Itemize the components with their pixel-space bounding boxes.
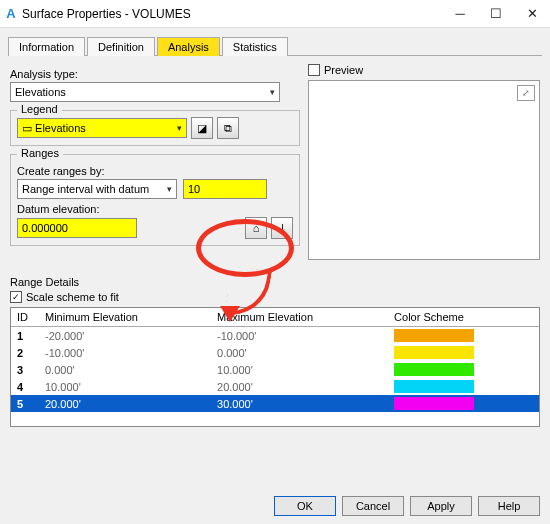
col-max[interactable]: Maximum Elevation [211,308,388,327]
table-row[interactable]: 30.000'10.000' [11,361,539,378]
chevron-down-icon: ▾ [270,87,275,97]
range-interval-input[interactable]: 10 [183,179,267,199]
table-row[interactable]: 520.000'30.000' [11,395,539,412]
run-analysis-home-button[interactable]: ⌂ [245,217,267,239]
chevron-down-icon: ▾ [177,123,182,133]
chevron-down-icon: ▾ [167,184,172,194]
preview-label: Preview [324,64,363,76]
analysis-type-label: Analysis type: [10,68,300,80]
tab-analysis[interactable]: Analysis [157,37,220,56]
legend-group-title: Legend [17,103,62,115]
scale-scheme-label: Scale scheme to fit [26,291,119,303]
tab-strip: Information Definition Analysis Statisti… [8,36,542,56]
help-button[interactable]: Help [478,496,540,516]
layer-icon: ▭ [22,122,32,134]
create-ranges-value: Range interval with datum [22,183,149,195]
ok-button[interactable]: OK [274,496,336,516]
legend-value: Elevations [35,122,86,134]
col-color[interactable]: Color Scheme [388,308,539,327]
datum-elevation-label: Datum elevation: [17,203,293,215]
col-min[interactable]: Minimum Elevation [39,308,211,327]
tab-definition[interactable]: Definition [87,37,155,56]
table-row[interactable]: 410.000'20.000' [11,378,539,395]
maximize-button[interactable]: ☐ [478,0,514,28]
table-row[interactable]: 2-10.000'0.000' [11,344,539,361]
legend-select[interactable]: ▭ Elevations ▾ [17,118,187,138]
scale-scheme-checkbox[interactable]: ✓ Scale scheme to fit [10,291,540,303]
preview-checkbox[interactable]: Preview [308,64,540,76]
table-row[interactable]: 1-20.000'-10.000' [11,327,539,345]
cancel-button[interactable]: Cancel [342,496,404,516]
datum-elevation-input[interactable]: 0.000000 [17,218,137,238]
range-details-title: Range Details [10,276,540,288]
close-button[interactable]: ✕ [514,0,550,28]
zoom-extents-button[interactable]: ⤢ [517,85,535,101]
legend-import-button[interactable]: ⧉ [217,117,239,139]
col-id[interactable]: ID [11,308,39,327]
checkbox-icon [308,64,320,76]
run-analysis-down-button[interactable]: ⤓ [271,217,293,239]
tab-information[interactable]: Information [8,37,85,56]
legend-edit-button[interactable]: ◪ [191,117,213,139]
create-ranges-select[interactable]: Range interval with datum ▾ [17,179,177,199]
window-title: Surface Properties - VOLUMES [22,7,442,21]
analysis-type-select[interactable]: Elevations ▾ [10,82,280,102]
minimize-button[interactable]: ─ [442,0,478,28]
range-table[interactable]: ID Minimum Elevation Maximum Elevation C… [10,307,540,427]
analysis-type-value: Elevations [15,86,66,98]
create-ranges-label: Create ranges by: [17,165,293,177]
ranges-group-title: Ranges [17,147,63,159]
app-logo-icon: A [0,6,22,21]
preview-pane: ⤢ [308,80,540,260]
tab-statistics[interactable]: Statistics [222,37,288,56]
checkbox-icon: ✓ [10,291,22,303]
apply-button[interactable]: Apply [410,496,472,516]
